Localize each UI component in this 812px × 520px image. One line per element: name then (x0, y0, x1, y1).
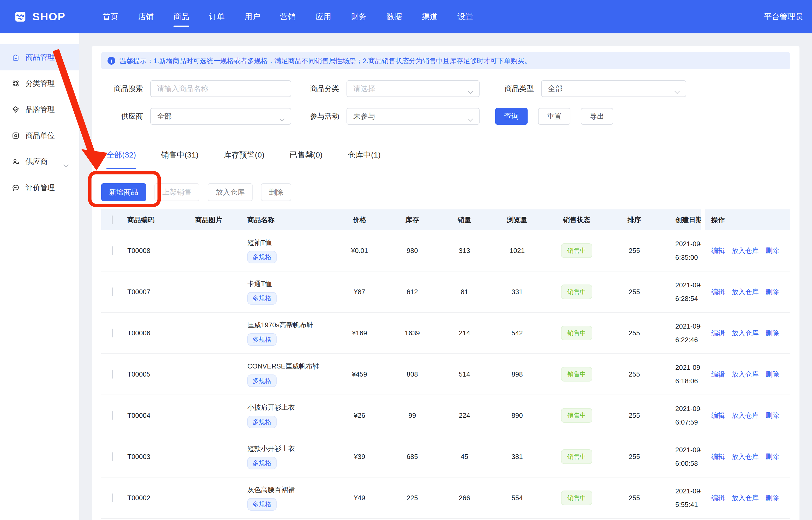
status-tab[interactable]: 库存预警(0) (224, 150, 264, 169)
warehouse-link[interactable]: 放入仓库 (732, 287, 759, 296)
bag-icon (11, 53, 20, 61)
activity-label: 参与活动 (310, 111, 339, 121)
warehouse-link[interactable]: 放入仓库 (732, 246, 759, 255)
sidebar-item-goods-manage[interactable]: 商品管理 (0, 44, 79, 71)
goods-code: T00002 (122, 494, 190, 502)
nav-item[interactable]: 店铺 (128, 0, 163, 33)
col-header-status: 销售状态 (544, 215, 609, 225)
goods-views: 890 (490, 412, 544, 420)
type-select[interactable]: 全部 (541, 80, 686, 97)
sidebar-item-supplier[interactable]: 供应商 (0, 149, 79, 175)
tip-text: 温馨提示：1.新增商品时可选统一规格或者多规格，满足商品不同销售属性场景；2.商… (120, 56, 531, 66)
goods-price: ¥87 (333, 288, 386, 296)
edit-link[interactable]: 编辑 (711, 370, 725, 379)
goods-views: 898 (490, 370, 544, 379)
spec-badge: 多规格 (247, 416, 277, 428)
delete-link[interactable]: 删除 (765, 411, 779, 420)
status-badge: 销售中 (561, 285, 592, 299)
warehouse-link[interactable]: 放入仓库 (732, 493, 759, 502)
row-checkbox[interactable] (112, 246, 113, 255)
warehouse-link[interactable]: 放入仓库 (732, 411, 759, 420)
row-checkbox[interactable] (112, 329, 113, 337)
nav-item[interactable]: 首页 (93, 0, 128, 33)
row-checkbox[interactable] (112, 493, 113, 502)
sidebar-item-review-manage[interactable]: 评价管理 (0, 175, 79, 201)
status-tab-label: 全部(32) (106, 151, 136, 159)
supplier-select[interactable]: 全部 (150, 108, 291, 125)
add-goods-button[interactable]: 新增商品 (101, 183, 146, 201)
select-all-checkbox[interactable] (112, 215, 113, 224)
edit-link[interactable]: 编辑 (711, 493, 725, 502)
goods-views: 554 (490, 494, 544, 502)
goods-stock: 225 (386, 494, 439, 502)
status-tab[interactable]: 销售中(31) (161, 150, 198, 169)
sidebar-item-category-manage[interactable]: 分类管理 (0, 71, 79, 97)
status-tab[interactable]: 仓库中(1) (348, 150, 381, 169)
delete-link[interactable]: 删除 (765, 452, 779, 461)
sidebar-item-brand-manage[interactable]: 品牌管理 (0, 97, 79, 123)
nav-item[interactable]: 用户 (234, 0, 270, 33)
row-checkbox[interactable] (112, 411, 113, 420)
table-row: T00007 卡通T恤 多规格 ¥87 612 81 331 销售中 255 (101, 271, 790, 313)
status-tab[interactable]: 全部(32) (106, 150, 136, 169)
nav-item[interactable]: 财务 (341, 0, 377, 33)
edit-link[interactable]: 编辑 (711, 246, 725, 255)
row-checkbox[interactable] (112, 287, 113, 296)
row-checkbox[interactable] (112, 452, 113, 461)
query-button[interactable]: 查询 (495, 108, 528, 125)
col-header-views: 浏览量 (490, 215, 544, 225)
delete-link[interactable]: 删除 (765, 246, 779, 255)
info-icon: i (107, 57, 115, 65)
brand-logo[interactable]: SHOP (12, 9, 66, 25)
edit-link[interactable]: 编辑 (711, 329, 725, 338)
operation-column: 操作 编辑 放入仓库 删除 编辑 放入仓库 删除 (701, 209, 790, 519)
spec-badge: 多规格 (247, 292, 277, 305)
nav-item-label: 营销 (280, 11, 296, 22)
nav-item-label: 数据 (386, 11, 402, 22)
col-header-stock: 库存 (386, 215, 439, 225)
nav-item[interactable]: 商品 (163, 0, 199, 33)
export-button[interactable]: 导出 (581, 108, 613, 125)
goods-code: T00003 (122, 453, 190, 461)
spec-badge: 多规格 (247, 251, 277, 263)
goods-views: 331 (490, 288, 544, 296)
delete-link[interactable]: 删除 (765, 370, 779, 379)
goods-stock: 612 (386, 288, 439, 296)
edit-link[interactable]: 编辑 (711, 287, 725, 296)
warehouse-link[interactable]: 放入仓库 (732, 452, 759, 461)
nav-item[interactable]: 数据 (377, 0, 412, 33)
move-to-warehouse-button[interactable]: 放入仓库 (208, 183, 253, 201)
col-header-sort: 排序 (609, 215, 660, 225)
reset-button[interactable]: 重置 (538, 108, 570, 125)
nav-item[interactable]: 设置 (448, 0, 483, 33)
status-tab[interactable]: 已售罄(0) (289, 150, 323, 169)
delete-link[interactable]: 删除 (765, 493, 779, 502)
warehouse-link[interactable]: 放入仓库 (732, 370, 759, 379)
goods-sales: 313 (439, 247, 490, 255)
type-label: 商品类型 (503, 84, 534, 94)
nav-item[interactable]: 营销 (270, 0, 306, 33)
edit-link[interactable]: 编辑 (711, 452, 725, 461)
spec-badge: 多规格 (247, 374, 277, 387)
delete-link[interactable]: 删除 (765, 287, 779, 296)
row-actions: 编辑 放入仓库 删除 (701, 354, 790, 395)
goods-sort: 255 (609, 329, 660, 337)
status-badge: 销售中 (561, 408, 592, 423)
activity-select[interactable]: 未参与 (347, 108, 480, 125)
put-on-sale-button[interactable]: 上架销售 (154, 183, 199, 201)
edit-link[interactable]: 编辑 (711, 411, 725, 420)
delete-button[interactable]: 删除 (261, 183, 291, 201)
row-checkbox[interactable] (112, 370, 113, 379)
warehouse-link[interactable]: 放入仓库 (732, 329, 759, 338)
category-select[interactable]: 请选择 (347, 80, 480, 97)
nav-item[interactable]: 应用 (306, 0, 341, 33)
goods-search-input[interactable] (150, 80, 291, 97)
nav-item[interactable]: 订单 (199, 0, 234, 33)
nav-item-label: 商品 (174, 11, 189, 22)
nav-item[interactable]: 渠道 (412, 0, 448, 33)
search-input[interactable] (157, 84, 284, 93)
sidebar-item-label: 分类管理 (26, 78, 55, 88)
sidebar-item-goods-unit[interactable]: 商品单位 (0, 123, 79, 149)
delete-link[interactable]: 删除 (765, 329, 779, 338)
current-user[interactable]: 平台管理员 (764, 11, 803, 22)
